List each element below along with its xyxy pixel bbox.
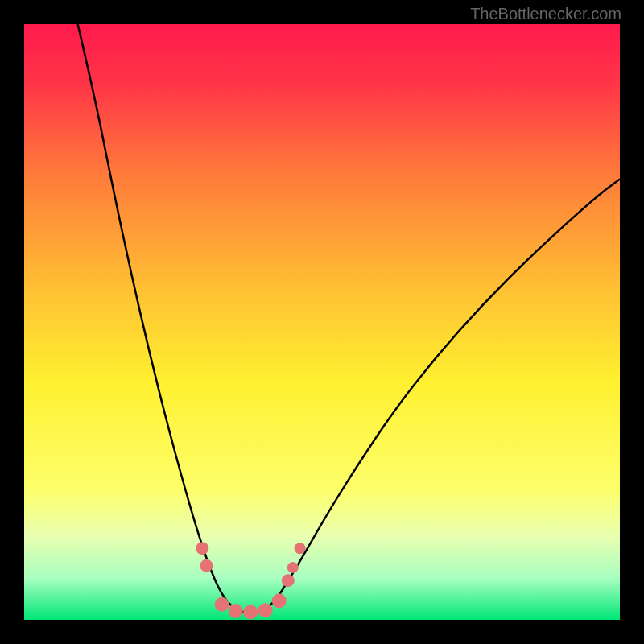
data-marker [287,562,299,573]
data-marker [282,574,295,587]
data-marker [295,543,306,554]
data-marker [215,597,229,612]
data-marker [243,605,258,619]
chart-svg [24,24,620,620]
data-marker [200,559,213,572]
data-marker [272,593,287,608]
watermark-text: TheBottlenecker.com [470,5,621,23]
data-marker [196,542,208,555]
chart-background [24,24,620,620]
data-marker [229,604,243,618]
data-marker [258,603,273,617]
chart-plot-area [24,24,620,620]
